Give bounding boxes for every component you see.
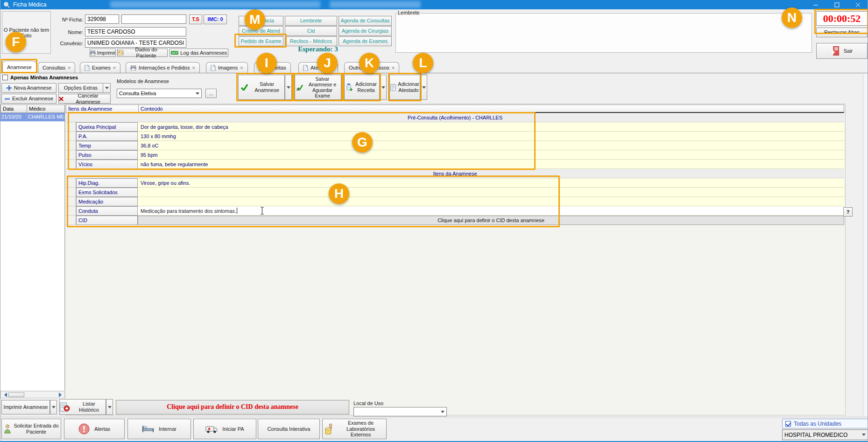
agenda-exames-button[interactable]: Agenda de Exames [339, 36, 392, 46]
salvar-anamnese-aguardar-exame-button[interactable]: a Salvar Anamnese e Aguardar Exame [295, 75, 341, 100]
assistencia-button[interactable]: Assistência [239, 16, 283, 26]
scrollbar-thumb[interactable] [8, 393, 24, 397]
pedido-de-exame-button[interactable]: Pedido de Exame [239, 36, 283, 46]
table-row[interactable]: P.A. 130 x 80 mmhg [66, 132, 844, 141]
modelo-anamnese-select[interactable]: Consulta Eletiva [117, 89, 202, 98]
local-de-uso-select[interactable] [353, 407, 447, 416]
consulta-interativa-button[interactable]: Consulta Interativa [258, 419, 320, 439]
imprimir-anamnese-button[interactable]: Imprimir Anamnese [1, 400, 50, 414]
row-value[interactable]: Dor de garganta, tosse, dor de cabeça [138, 122, 844, 132]
tab-close-icon[interactable]: × [192, 65, 195, 70]
tab-outros-impressos[interactable]: Outros Impressos× [344, 62, 399, 73]
lembrete-button[interactable]: Lembrete [285, 16, 337, 26]
sair-button[interactable]: Sair [816, 43, 868, 59]
row-value[interactable]: 130 x 80 mmhg [138, 132, 844, 141]
internar-button[interactable]: Internar [127, 419, 191, 439]
row-value[interactable] [138, 188, 844, 197]
tab-close-icon[interactable]: × [240, 65, 243, 70]
modelo-more-button[interactable]: ... [205, 89, 217, 98]
cid-banner-button[interactable]: Clique aqui para definir o CID desta ana… [116, 400, 349, 414]
cid-button[interactable]: Cid [285, 26, 337, 36]
receita-dropdown-arrow[interactable] [380, 75, 387, 100]
table-row[interactable]: Conduta Medicação para tratamento dos si… [66, 206, 844, 216]
opcoes-extras-button[interactable]: Opções Extras [58, 83, 111, 93]
salvar-anamnese-button[interactable]: Salvar Anamnese [238, 75, 285, 100]
agenda-cirurgias-button[interactable]: Agenda de Cirurgias [339, 26, 392, 36]
criterio-atend-button[interactable]: Critério de Atend [239, 26, 283, 36]
scroll-left-icon[interactable] [1, 393, 7, 397]
row-value[interactable]: 36,8 oC [138, 141, 844, 150]
row-value[interactable]: não fuma, bebe regularmente [138, 160, 844, 169]
tab-imagens[interactable]: Imagens× [206, 62, 248, 73]
scroll-right-icon[interactable] [58, 393, 64, 397]
history-row-selected[interactable]: 21/10/20 CHARLLES MEDICO [0, 113, 65, 121]
row-value-editing[interactable]: Medicação para tratamento dos sintomas. [138, 206, 844, 216]
nome-input[interactable] [85, 27, 186, 36]
vertical-scrollbar[interactable] [863, 74, 868, 415]
tab-anamnese[interactable]: Anamnese [2, 61, 36, 73]
history-scrollbar[interactable] [0, 391, 65, 398]
tab-exames[interactable]: Exames× [80, 62, 120, 73]
checkbox-icon[interactable] [2, 75, 8, 80]
table-row[interactable]: Vícios não fuma, bebe regularmente [66, 160, 844, 169]
nova-anamnese-button[interactable]: Nova Anamnese [1, 83, 56, 93]
tab-close-icon[interactable]: × [113, 65, 116, 70]
checkbox-checked-icon[interactable] [785, 421, 791, 427]
iniciar-pa-button[interactable]: Iniciar PA [193, 419, 256, 439]
table-column-conteudo[interactable]: Conteúdo [138, 105, 844, 113]
maximize-button[interactable] [826, 0, 847, 9]
row-value[interactable]: 95 bpm [138, 150, 844, 160]
salvar-dropdown-arrow[interactable] [285, 75, 292, 100]
restaurar-abas-button[interactable]: Restaurar Abas [816, 28, 868, 37]
listar-historico-dropdown-arrow[interactable] [106, 399, 113, 415]
agenda-consultas-button[interactable]: Agenda de Consultas [339, 16, 392, 26]
history-column-medico[interactable]: Médico [27, 105, 65, 113]
convenio-input[interactable] [85, 38, 186, 48]
tab-close-icon[interactable]: × [392, 65, 395, 70]
section-row[interactable]: Pré-Consulta (Acolhimento) - CHARLLES [66, 113, 844, 122]
solicitar-entrada-button[interactable]: Solicitar Entrada do Paciente [1, 419, 61, 439]
table-row[interactable]: Temp 36,8 oC [66, 141, 844, 150]
listar-historico-button[interactable]: Listar Histórico [59, 399, 106, 415]
imc-button[interactable]: IMC: 0 [204, 14, 227, 24]
history-column-data[interactable]: Data [0, 105, 27, 113]
tab-internacoes-e-pedidos[interactable]: Internações e Pedidos× [126, 62, 200, 73]
tab-receitas[interactable]: Receitas [254, 62, 291, 73]
dados-do-paciente-button[interactable]: Dados do Paciente [117, 49, 168, 57]
ts-button[interactable]: T.S [189, 14, 202, 24]
table-column-itens[interactable]: Ítens da Anamnese [66, 105, 139, 113]
minimize-button[interactable] [805, 0, 826, 9]
excluir-anamnese-button[interactable]: Excluir Anamnese [1, 94, 56, 104]
alertas-button[interactable]: Alertas [64, 419, 125, 439]
section-row[interactable]: Itens da Anamnese [66, 169, 844, 178]
table-row[interactable]: Hip.Diag. Virose, gripe ou afins. [66, 178, 844, 188]
adicionar-atestado-button[interactable]: Adicionar Atestado [389, 75, 420, 100]
ficha-input[interactable] [85, 14, 119, 24]
dropdown-arrow-icon[interactable] [103, 84, 110, 92]
todas-unidades-checkbox[interactable]: Todas as Unidades [782, 419, 868, 428]
tab-consultas[interactable]: Consultas× [38, 62, 75, 73]
table-row[interactable]: CID Clique aqui para definir o CID desta… [66, 216, 844, 225]
cid-define-link[interactable]: Clique aqui para definir o CID desta ana… [138, 216, 844, 225]
apenas-minhas-anamneses-checkbox[interactable]: Apenas Minhas Anamneses [2, 75, 78, 80]
unidade-select[interactable]: HOSPITAL PROMEDICO [782, 429, 868, 440]
table-row[interactable]: Pulso 95 bpm [66, 150, 844, 160]
atestado-dropdown-arrow[interactable] [420, 75, 427, 100]
cancelar-anamnese-button[interactable]: Cancelar Anamnese [58, 94, 111, 104]
table-row[interactable]: Queixa Principal Dor de garganta, tosse,… [66, 122, 844, 132]
imprimir-button[interactable]: Imprimir [90, 49, 116, 57]
table-row[interactable]: Medicação [66, 197, 844, 206]
tab-atestados[interactable]: Atestados [298, 62, 338, 73]
close-button[interactable] [847, 0, 868, 9]
table-row[interactable]: Exms Solicitados [66, 188, 844, 197]
imprimir-anamnese-dropdown-arrow[interactable] [50, 400, 57, 414]
row-value[interactable]: Virose, gripe ou afins. [138, 178, 844, 188]
recibos-medicos-button[interactable]: Recibos - Médicos [285, 36, 337, 46]
help-button[interactable]: ? [843, 207, 853, 217]
log-das-anamneses-button[interactable]: ACT Log das Anamneses [169, 49, 228, 57]
tab-close-icon[interactable]: × [68, 65, 71, 70]
exames-lab-externos-button[interactable]: Exames de Laboratórios Externos [322, 419, 387, 439]
ficha-extra-input[interactable] [121, 14, 186, 24]
adicionar-receita-button[interactable]: Adicionar Receita [344, 75, 380, 100]
row-value[interactable] [138, 197, 844, 206]
